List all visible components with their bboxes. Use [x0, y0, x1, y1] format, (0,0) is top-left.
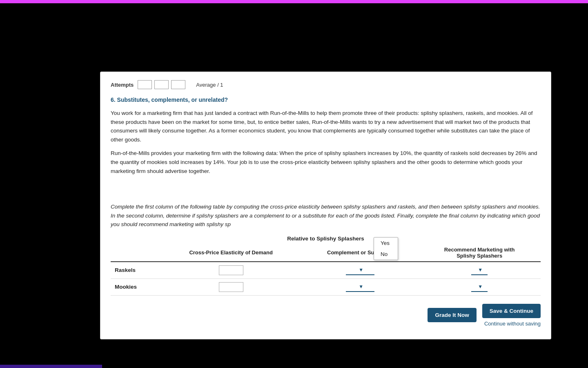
cell-cross-price-raskels: [160, 262, 302, 279]
question-title: 6. Substitutes, complements, or unrelate…: [111, 96, 541, 103]
table-header-row: Cross-Price Elasticity of Demand Complem…: [111, 244, 541, 262]
dropdown-option-yes[interactable]: Yes: [374, 238, 398, 249]
table-row-mookies: Mookies ▼ ▼: [111, 278, 541, 295]
chevron-down-icon: ▼: [359, 284, 363, 289]
attempts-box-1[interactable]: [138, 80, 152, 89]
cell-complement-mookies[interactable]: ▼: [302, 278, 418, 295]
question-body-1: You work for a marketing firm that has j…: [111, 109, 541, 144]
question-container: Attempts Average / 1 6. Substitutes, com…: [100, 72, 551, 339]
col-header-recommend: Recommend Marketing with Splishy Splashe…: [418, 244, 541, 262]
attempts-label: Attempts: [111, 82, 134, 88]
cell-complement-raskels[interactable]: ▼: [302, 262, 418, 279]
cell-recommend-raskels[interactable]: ▼: [418, 262, 541, 279]
top-bar: [0, 0, 588, 3]
data-table: Cross-Price Elasticity of Demand Complem…: [111, 244, 541, 296]
save-continue-area: Save & Continue Continue without saving: [482, 304, 541, 327]
row-label-raskels: Raskels: [111, 262, 160, 279]
average-label: Average / 1: [196, 82, 223, 88]
table-header-title: Relative to Splishy Splashers: [111, 236, 541, 242]
continue-without-saving-link[interactable]: Continue without saving: [484, 321, 541, 327]
dropdown-recommend-mookies[interactable]: ▼: [471, 282, 488, 292]
dropdown-option-no[interactable]: No: [374, 249, 398, 260]
save-and-continue-button[interactable]: Save & Continue: [482, 304, 541, 318]
chevron-down-icon: ▼: [478, 284, 483, 289]
instruction-text: Complete the first column of the followi…: [111, 202, 541, 229]
dropdown-complement-mookies[interactable]: ▼: [346, 282, 374, 292]
attempts-box-3[interactable]: [171, 80, 185, 89]
col-header-good: [111, 244, 160, 262]
input-cross-price-raskels[interactable]: [219, 265, 243, 275]
buttons-row: Grade It Now Save & Continue Continue wi…: [111, 304, 541, 327]
cell-cross-price-mookies: [160, 278, 302, 295]
table-row-raskels: Raskels ▼ ▼: [111, 262, 541, 279]
dropdown-complement-raskels[interactable]: ▼: [346, 265, 374, 275]
bottom-bar: [0, 365, 102, 368]
col-header-cross-price: Cross-Price Elasticity of Demand: [160, 244, 302, 262]
grade-it-now-button[interactable]: Grade It Now: [428, 308, 476, 322]
table-section: Relative to Splishy Splashers Cross-Pric…: [111, 236, 541, 296]
col-header-complement: Complement or Substitute: [302, 244, 418, 262]
input-cross-price-mookies[interactable]: [219, 282, 243, 292]
chevron-down-icon: ▼: [359, 267, 363, 273]
attempts-row: Attempts Average / 1: [111, 80, 541, 89]
dropdown-recommend-raskels[interactable]: ▼: [471, 265, 488, 275]
dropdown-popup: Yes No: [374, 237, 398, 260]
row-label-mookies: Mookies: [111, 278, 160, 295]
cell-recommend-mookies[interactable]: ▼: [418, 278, 541, 295]
chevron-down-icon: ▼: [478, 267, 483, 273]
attempts-box-2[interactable]: [154, 80, 169, 89]
question-body-2: Run-of-the-Mills provides your marketing…: [111, 149, 541, 175]
